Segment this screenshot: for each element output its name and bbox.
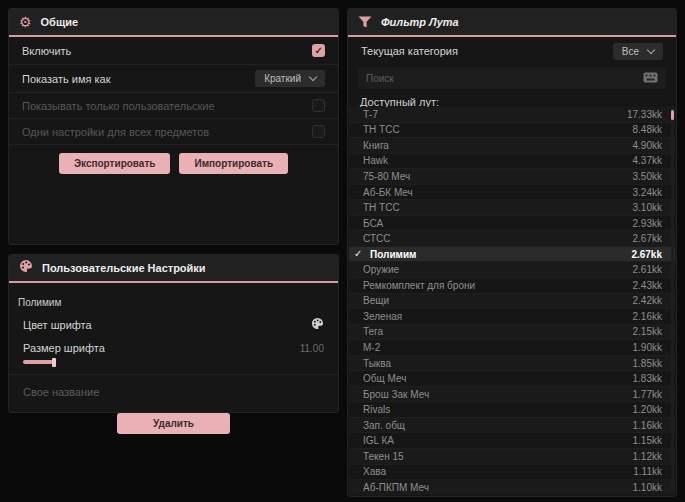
general-panel-title: Общие	[41, 16, 79, 28]
item-value: 1.10kk	[633, 482, 662, 493]
list-item[interactable]: Аб-ПКПМ Меч1.10kk	[349, 480, 675, 495]
list-item[interactable]: Аб-БК Меч3.24kk	[349, 185, 675, 201]
enable-checkbox[interactable]	[312, 44, 325, 57]
item-name: Текен 15	[363, 451, 633, 462]
only-custom-label: Показывать только пользовательские	[22, 100, 215, 112]
list-item[interactable]: ТН ТСС3.10kk	[349, 200, 675, 216]
only-custom-checkbox[interactable]	[312, 99, 325, 112]
category-dropdown[interactable]: Все	[613, 43, 663, 60]
item-value: 3.10kk	[633, 202, 662, 213]
delete-button[interactable]: Удалить	[117, 413, 230, 434]
item-name: Тыква	[363, 358, 633, 369]
import-button[interactable]: Импортировать	[179, 153, 288, 174]
list-item-selected[interactable]: Полимим2.67kk	[349, 247, 675, 263]
item-value: 1.77kk	[633, 389, 662, 400]
same-settings-label: Одни настройки для всех предметов	[22, 126, 209, 138]
font-size-label: Размер шрифта	[23, 342, 105, 354]
list-item[interactable]: Оружие2.61kk	[349, 262, 675, 278]
list-item[interactable]: 75-80 Меч3.50kk	[349, 169, 675, 185]
item-value: 1.83kk	[633, 373, 662, 384]
item-name: СТСС	[363, 233, 633, 244]
item-value: 2.67kk	[631, 249, 662, 260]
scrollbar-thumb[interactable]	[671, 110, 674, 120]
item-value: 8.48kk	[633, 124, 662, 135]
color-picker-icon[interactable]	[311, 316, 324, 334]
gear-icon	[19, 15, 32, 29]
item-value: 4.90kk	[633, 140, 662, 151]
custom-name-input[interactable]	[23, 386, 324, 398]
item-value: 2.61kk	[633, 264, 662, 275]
list-item[interactable]: М-21.90kk	[349, 340, 675, 356]
loot-filter-title: Фильтр Лута	[381, 16, 459, 28]
list-item[interactable]: IGL КА1.15kk	[349, 433, 675, 449]
item-value: 3.50kk	[633, 171, 662, 182]
font-size-slider[interactable]	[23, 358, 324, 367]
list-item[interactable]: Hawk4.37kk	[349, 154, 675, 170]
list-item[interactable]: Т-717.33kk	[349, 107, 675, 123]
item-name: Т-7	[363, 109, 627, 120]
list-item[interactable]: Тыква1.85kk	[349, 356, 675, 372]
list-item[interactable]: Зап. общ1.16kk	[349, 418, 675, 434]
list-item[interactable]: Общ Меч1.83kk	[349, 371, 675, 387]
scrollbar[interactable]	[671, 107, 674, 493]
item-name: БСА	[363, 218, 633, 229]
slider-handle[interactable]	[52, 358, 56, 367]
list-item[interactable]: ТН ТСС8.48kk	[349, 123, 675, 139]
item-name: Книга	[363, 140, 633, 151]
list-item[interactable]: Брош Зак Меч1.77kk	[349, 387, 675, 403]
font-size-value: 11.00	[300, 343, 324, 354]
category-dropdown-value: Все	[622, 46, 639, 57]
delete-row: Удалить	[9, 406, 338, 434]
slider-fill	[23, 360, 53, 364]
list-item[interactable]: БСА2.93kk	[349, 216, 675, 232]
item-value: 1.11kk	[633, 466, 662, 477]
item-name: Брош Зак Меч	[363, 389, 633, 400]
list-item[interactable]: Ремкомплект для брони2.43kk	[349, 278, 675, 294]
show-name-dropdown-value: Краткий	[264, 73, 301, 84]
enable-label: Включить	[22, 45, 71, 57]
list-item[interactable]: Текен 151.12kk	[349, 449, 675, 465]
category-label: Текущая категория	[361, 45, 458, 57]
item-value: 1.90kk	[633, 342, 662, 353]
item-name: Hawk	[363, 155, 633, 166]
font-size-row: Размер шрифта 11.00	[9, 338, 338, 358]
category-row: Текущая категория Все	[348, 37, 676, 65]
item-value: 2.43kk	[633, 280, 662, 291]
item-value: 1.12kk	[633, 451, 662, 462]
show-name-label: Показать имя как	[22, 73, 111, 85]
item-name: М-2	[363, 342, 633, 353]
general-panel: Общие Включить Показать имя как Краткий …	[8, 8, 339, 245]
custom-settings-title: Пользовательские Настройки	[42, 262, 206, 274]
selected-item-label: Полимим	[9, 283, 338, 310]
search-box[interactable]	[358, 67, 666, 89]
palette-icon	[19, 259, 33, 277]
item-value: 1.16kk	[633, 420, 662, 431]
item-name: Общ Меч	[363, 373, 633, 384]
item-name: Зеленая	[363, 311, 633, 322]
show-name-dropdown[interactable]: Краткий	[255, 70, 325, 87]
list-item[interactable]: Хава1.11kk	[349, 465, 675, 481]
item-name: Тега	[363, 326, 633, 337]
list-item[interactable]: Rivals1.20kk	[349, 402, 675, 418]
font-color-label: Цвет шрифта	[23, 319, 92, 331]
loot-list: Т-717.33kk ТН ТСС8.48kk Книга4.90kk Hawk…	[349, 107, 675, 495]
item-name: Аб-БК Меч	[363, 187, 633, 198]
search-input[interactable]	[366, 73, 635, 84]
item-name: Оружие	[363, 264, 633, 275]
custom-name-row	[9, 374, 338, 406]
list-item[interactable]: Книга4.90kk	[349, 138, 675, 154]
list-item[interactable]: Тега2.15kk	[349, 325, 675, 341]
custom-settings-header: Пользовательские Настройки	[9, 255, 338, 283]
list-item[interactable]: Зеленая2.16kk	[349, 309, 675, 325]
list-item[interactable]: Вещи2.42kk	[349, 294, 675, 310]
item-name: IGL КА	[363, 435, 633, 446]
item-name: Ремкомплект для брони	[363, 280, 633, 291]
funnel-icon	[358, 16, 372, 28]
export-import-row: Экспортировать Импортировать	[9, 145, 338, 174]
only-custom-row: Показывать только пользовательские	[9, 93, 338, 119]
keyboard-icon[interactable]	[643, 69, 658, 87]
export-button[interactable]: Экспортировать	[59, 153, 171, 174]
list-item[interactable]: СТСС2.67kk	[349, 231, 675, 247]
enable-row: Включить	[9, 37, 338, 65]
same-settings-checkbox[interactable]	[312, 125, 325, 138]
